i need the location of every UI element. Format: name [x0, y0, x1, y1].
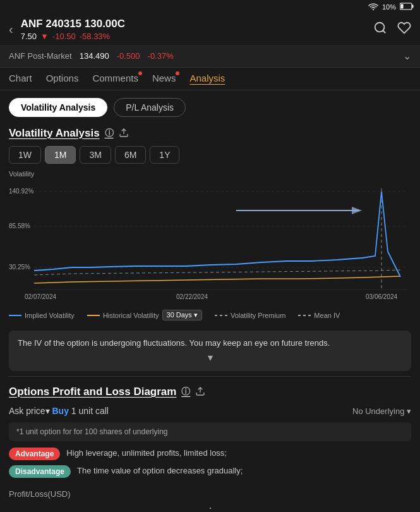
comments-dot — [138, 71, 142, 75]
svg-line-4 — [383, 30, 385, 33]
info-box-text: The IV of the option is undergoing fluct… — [18, 338, 330, 348]
unit-call-label: 1 unit call — [71, 406, 109, 416]
volatility-section-title: Volatility Analysis ⓘ — [0, 125, 420, 146]
sub-tab-volatility[interactable]: Volatility Analysis — [9, 98, 107, 117]
news-dot — [176, 71, 179, 75]
legend-label-hv: Historical Volatility — [103, 312, 159, 319]
pl-axis-label: Profit/Loss(USD) — [0, 483, 420, 501]
ask-price-controls: Ask price▾ Buy 1 unit call — [9, 406, 109, 416]
svg-point-3 — [375, 23, 385, 32]
svg-text:30.25%: 30.25% — [9, 264, 30, 271]
chart-legend: Implied Volatility Historical Volatility… — [0, 305, 420, 326]
time-btn-1m[interactable]: 1M — [45, 146, 76, 164]
price-change1: -10.50 — [52, 32, 76, 41]
battery-icon — [400, 3, 414, 11]
pl-export-icon[interactable] — [195, 386, 205, 398]
post-market-change2: -0.37% — [148, 51, 174, 61]
pl-section-title: Options Profit and Loss Diagram ⓘ — [9, 386, 411, 398]
advantage-row: Advantage High leverage, unlimited profi… — [9, 448, 411, 460]
disadvantage-row: Disadvantage The time value of option de… — [9, 465, 411, 478]
pl-info-icon[interactable]: ⓘ — [181, 386, 190, 398]
volatility-chart: 140.92% 85.58% 30.25% 02/07/2024 02/22/2… — [0, 179, 420, 305]
wifi-icon — [368, 3, 378, 11]
pl-section: Options Profit and Loss Diagram ⓘ Ask pr… — [0, 377, 420, 478]
svg-rect-1 — [412, 5, 414, 8]
svg-text:03/06/2024: 03/06/2024 — [366, 293, 397, 300]
more-options-button[interactable]: ⋮ — [0, 501, 420, 512]
time-btn-1w[interactable]: 1W — [9, 146, 41, 164]
legend-iv: Implied Volatility — [9, 310, 75, 320]
alert-icon[interactable] — [397, 21, 411, 38]
volatility-info-box: The IV of the option is undergoing fluct… — [9, 331, 411, 371]
svg-text:02/07/2024: 02/07/2024 — [25, 293, 56, 300]
svg-text:85.58%: 85.58% — [9, 222, 30, 229]
legend-line-miv — [298, 315, 311, 316]
volatility-export-icon[interactable] — [119, 128, 129, 140]
legend-label-iv: Implied Volatility — [25, 312, 75, 319]
no-underlying-button[interactable]: No Underlying ▾ — [352, 406, 411, 416]
option-title: ANF 240315 130.00C — [21, 18, 366, 30]
legend-line-vp — [215, 315, 227, 316]
back-button[interactable]: ‹ — [9, 22, 13, 37]
advantage-tag: Advantage — [9, 448, 60, 460]
disadvantage-tag: Disadvantage — [9, 465, 71, 478]
status-bar: 10% — [0, 0, 420, 14]
legend-line-hv — [87, 315, 100, 316]
option-price-row: 7.50 ▼ -10.50 -58.33% — [21, 32, 366, 41]
price-arrow: ▼ — [40, 32, 49, 41]
chart-arrow — [230, 198, 369, 223]
header: ‹ ANF 240315 130.00C 7.50 ▼ -10.50 -58.3… — [0, 14, 420, 45]
time-range-selector: 1W 1M 3M 6M 1Y — [0, 146, 420, 170]
tab-news[interactable]: News — [152, 73, 176, 90]
post-market-price: 134.490 — [80, 51, 109, 61]
post-market-expand-icon[interactable]: ⌄ — [403, 50, 411, 62]
legend-line-iv — [9, 315, 21, 316]
sub-tab-pl[interactable]: P/L Analysis — [114, 98, 186, 117]
legend-label-vp: Volatility Premium — [231, 312, 285, 319]
unit-note: *1 unit option for for 100 shares of und… — [9, 422, 411, 441]
post-market-label: ANF Post-Market — [9, 51, 72, 61]
time-btn-6m[interactable]: 6M — [115, 146, 146, 164]
sub-tabs: Volatility Analysis P/L Analysis — [0, 90, 420, 125]
battery-status: 10% — [382, 3, 396, 11]
volatility-info-icon[interactable]: ⓘ — [105, 128, 114, 139]
time-btn-1y[interactable]: 1Y — [150, 146, 179, 164]
ask-label[interactable]: Ask price▾ — [9, 406, 50, 416]
tab-comments[interactable]: Comments — [92, 73, 138, 90]
legend-miv: Mean IV — [298, 310, 340, 320]
ask-price-row: Ask price▾ Buy 1 unit call No Underlying… — [9, 406, 411, 416]
advantage-text: High leverage, unlimited profits, limite… — [66, 448, 227, 459]
tab-analysis[interactable]: Analysis — [189, 73, 225, 90]
chart-y-label: Volatility — [0, 170, 420, 178]
legend-label-miv: Mean IV — [314, 312, 340, 319]
tab-options[interactable]: Options — [46, 73, 79, 90]
svg-rect-2 — [401, 4, 404, 9]
buy-label: Buy — [52, 406, 68, 416]
hv-period-button[interactable]: 30 Days ▾ — [162, 310, 202, 320]
legend-hv: Historical Volatility 30 Days ▾ — [87, 310, 202, 320]
header-actions — [373, 21, 411, 38]
time-btn-3m[interactable]: 3M — [80, 146, 111, 164]
svg-text:02/22/2024: 02/22/2024 — [176, 293, 208, 300]
tab-chart[interactable]: Chart — [9, 73, 32, 90]
legend-vp: Volatility Premium — [215, 310, 285, 320]
header-title-block: ANF 240315 130.00C 7.50 ▼ -10.50 -58.33% — [21, 18, 366, 41]
post-market-bar: ANF Post-Market 134.490 -0.500 -0.37% ⌄ — [0, 45, 420, 68]
info-box-arrow[interactable]: ▾ — [18, 351, 402, 363]
search-icon[interactable] — [373, 21, 387, 38]
option-price: 7.50 — [21, 32, 37, 41]
post-market-change1: -0.500 — [117, 51, 140, 61]
svg-text:140.92%: 140.92% — [9, 188, 34, 195]
main-tabs: Chart Options Comments News Analysis — [0, 68, 420, 90]
price-change2: -58.33% — [80, 32, 110, 41]
chart-svg-container: 140.92% 85.58% 30.25% 02/07/2024 02/22/2… — [9, 179, 411, 305]
disadvantage-text: The time value of option decreases gradu… — [77, 465, 243, 477]
